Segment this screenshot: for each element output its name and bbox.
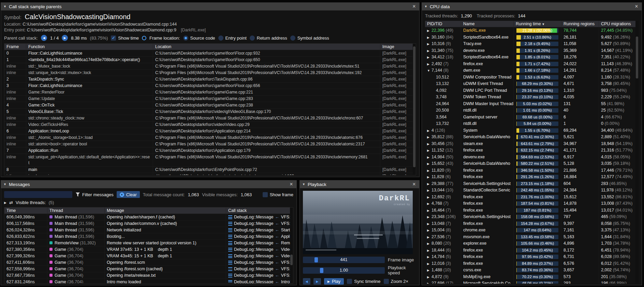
- next-frame-button[interactable]: ▶: [313, 278, 321, 285]
- collapse-icon[interactable]: ▼: [302, 183, 305, 186]
- message-row[interactable]: 627,667,736nsGame (36,704)Opening /meta/…: [4, 272, 293, 279]
- cpu-row[interactable]: ▶12,692 (9)firefox.exe231.76 ms (1.00%)1…: [425, 194, 639, 201]
- callstack-frame-row[interactable]: inlinestd::chrono::steady_clock::nowC:\P…: [4, 115, 416, 121]
- cpu-row[interactable]: ▶23,348 (106)ServiceHub.SettingsHost158.…: [425, 214, 639, 220]
- callstack-frame-row[interactable]: inlinestd::unique_ptr<Application,std::d…: [4, 154, 416, 167]
- cpu-row[interactable]: ▶15,004 (8)chrome.exe147 ms (0.64%)7,161…: [425, 227, 639, 234]
- expand-icon[interactable]: ▶: [427, 141, 431, 147]
- message-callstack[interactable]: DebugLog::Message←StartNetwo: [226, 227, 293, 233]
- expand-icon[interactable]: ▶: [427, 128, 431, 134]
- prev-callstack-button[interactable]: ◀: [41, 35, 47, 41]
- cpu-row[interactable]: ▶31,340 (75)devenv.exe1.91 s (8.26%)35,3…: [425, 47, 639, 54]
- callstack-frame-row[interactable]: inlineVideo::GetTicksHiResC:\Users\wolf\…: [4, 121, 416, 128]
- message-callstack[interactable]: DebugLog::Message←VideoMemo: [226, 246, 293, 253]
- cpu-row[interactable]: ▶11,820 (9)firefox.exe346.58 ms (1.50%)2…: [425, 167, 639, 174]
- cpu-row[interactable]: 3,564GameInput server69.68 us (0.00%)64 …: [425, 114, 639, 121]
- scrollbar-thumb[interactable]: [290, 255, 293, 265]
- message-callstack[interactable]: DebugLog::Message←IntroMenu::: [226, 279, 293, 283]
- cpu-row[interactable]: ▶8,080 (20)explorer.exe105.66 ms (0.46%)…: [425, 240, 639, 247]
- callstack-frame-row[interactable]: 8mainC:\Users\wolf\Desktop\darkrl\src\En…: [4, 167, 416, 173]
- cpu-row[interactable]: ▶14,784 (5)firefox.exe97.95 ms (0.42%)6,…: [425, 254, 639, 260]
- expand-icon[interactable]: ▶: [427, 154, 431, 161]
- cpu-row[interactable]: ▶2,492 (7)firefox.exe1.71 s (7.42%)24,02…: [425, 61, 639, 68]
- expand-icon[interactable]: ▶: [427, 267, 431, 274]
- radio-symbol-address[interactable]: Symbol address: [290, 35, 329, 41]
- sync-timeline-checkbox[interactable]: Sync timeline: [347, 279, 380, 284]
- expand-icon[interactable]: ▶: [427, 281, 431, 284]
- expand-icon[interactable]: ▶: [427, 181, 431, 187]
- show-frame-checkbox[interactable]: Show frame: [263, 192, 293, 197]
- checkbox-icon[interactable]: ✓: [111, 35, 116, 41]
- vertical-scrollbar[interactable]: [413, 44, 416, 175]
- column-header-function[interactable]: Function: [26, 44, 153, 50]
- cpu-row[interactable]: ▶11,152 (12)firefox.exe632.15 ms (2.74%)…: [425, 147, 639, 154]
- cpu-row[interactable]: 4,092DWM LPC Port Thread29.16 ms (0.13%)…: [425, 87, 639, 94]
- cpu-row[interactable]: ▶1,488 (10)csrss.exe83.74 ms (0.36%)3,65…: [425, 267, 639, 274]
- zoom-2x-checkbox[interactable]: Zoom 2×: [384, 279, 409, 284]
- expand-icon[interactable]: ▶: [427, 61, 431, 68]
- column-header-running-time[interactable]: Running time ▼: [514, 21, 561, 27]
- expand-icon[interactable]: ▶: [427, 34, 431, 41]
- expand-icon[interactable]: ▶: [427, 48, 431, 54]
- next-callstack-button[interactable]: ▶: [62, 35, 68, 41]
- message-row[interactable]: 626,024,328nsMain thread (31,596)Network…: [4, 227, 293, 233]
- radio-return-address[interactable]: Return address: [250, 35, 287, 41]
- prev-frame-button[interactable]: ◀: [303, 278, 310, 285]
- cpu-row[interactable]: ▶30,456 (25)steam.exe643.61 ms (2.79%)34…: [425, 141, 639, 147]
- column-header-call-stack[interactable]: Call stack: [226, 207, 293, 214]
- radio-circle-icon[interactable]: [183, 35, 188, 41]
- cpu-row[interactable]: 13,132uDWM Event Thread68.29 ms (0.30%)4…: [425, 81, 639, 87]
- message-callstack[interactable]: DebugLog::Message←VFS::Open: [226, 220, 293, 227]
- cpu-row[interactable]: ▶35,812 (88)ServiceHub.DataWareho670.41 …: [425, 134, 639, 141]
- callstack-frame-row[interactable]: 2TaskDispatch::SyncC:\Users\wolf\Desktop…: [4, 76, 416, 83]
- message-row[interactable]: 627,411,606nsGame (36,704)Opening /fores…: [4, 259, 293, 266]
- callstack-frame-row[interactable]: inlineGame::UpdateC:\Users\wolf\Desktop\…: [4, 96, 416, 102]
- expand-icon[interactable]: ▶: [427, 187, 431, 194]
- callstack-frame-row[interactable]: inlinestd::_Atomic_storage<bool,1>::load…: [4, 134, 416, 141]
- message-callstack[interactable]: DebugLog::Message←VFS::Open: [226, 272, 293, 278]
- close-icon[interactable]: ×: [634, 4, 639, 9]
- callstack-frame-row[interactable]: inlineGame::RenderFloorC:\Users\wolf\Des…: [4, 89, 416, 96]
- expand-icon[interactable]: ▶: [427, 147, 431, 154]
- cpu-row[interactable]: ▶18,444 (6)firefox.exe104.2 ms (0.45%)8,…: [425, 247, 639, 254]
- collapse-icon[interactable]: ▼: [3, 5, 6, 8]
- callstack-frame-row[interactable]: inlinestd::_Mutex_base::lockC:\Program F…: [4, 63, 416, 70]
- vertical-scrollbar[interactable]: [635, 21, 639, 284]
- close-icon[interactable]: ×: [289, 182, 294, 187]
- cpu-row[interactable]: 10,512DWM Compositor Thread1.53 s (6.63%…: [425, 74, 639, 81]
- cpu-row[interactable]: ▶12,016 (3)firefox.exe84.89 ms (0.37%)6,…: [425, 260, 639, 267]
- column-header-frame[interactable]: Frame: [4, 44, 26, 50]
- clear-button[interactable]: × Clear: [117, 191, 140, 198]
- scrollbar-thumb[interactable]: [636, 37, 638, 78]
- callstack-frame-row[interactable]: 7Application::RunC:\Users\wolf\Desktop\d…: [4, 147, 416, 154]
- close-icon[interactable]: ×: [411, 4, 417, 9]
- expand-icon[interactable]: ▶: [427, 161, 431, 167]
- cpu-row[interactable]: ▶13,044 (10)StandardCollector.Servic242.…: [425, 187, 639, 194]
- playback-speed-slider[interactable]: 1.00: [303, 267, 385, 274]
- collapse-icon[interactable]: ▼: [424, 5, 427, 8]
- cpu-row[interactable]: ▶27,536 (7)msvsmon.exe133.45 ms (0.58%)5…: [425, 234, 639, 241]
- expand-icon[interactable]: ▶: [427, 174, 431, 181]
- cpu-row[interactable]: 20,508ntdll.dll1.01 ms (0.00%)4025 (62.5…: [425, 107, 639, 114]
- message-callstack[interactable]: DebugLog::Message←VFS::Open: [226, 259, 293, 266]
- cpu-row[interactable]: ▶34,412 (18)ScriptedSandbox64.exe1.85 s …: [425, 54, 639, 61]
- cpu-row[interactable]: 13,732ntdll.dll5.84 us (0.00%)10 (0.00%): [425, 120, 639, 127]
- expand-icon[interactable]: ▶: [427, 254, 431, 260]
- callstack-frame-row[interactable]: 3Floor::CalcLightNoLuminanceC:\Users\wol…: [4, 83, 416, 89]
- expand-icon[interactable]: ▶: [427, 261, 431, 267]
- cpu-row[interactable]: ▶30,160 (84)ScriptedSandbox64.exe2.51 s …: [425, 34, 639, 41]
- radio-circle-icon[interactable]: [250, 35, 255, 41]
- callstack-frame-row[interactable]: 1<lambda_84a19dc444fae966ca174e83e708bdc…: [4, 57, 416, 63]
- checkbox-icon[interactable]: [263, 192, 268, 197]
- cpu-row[interactable]: ▶27,696 (17)Microsoft.ServiceHub.Co48.06…: [425, 280, 639, 284]
- cpu-row[interactable]: ▶14,984 (50)devenv.exe584.69 ms (2.53%)6…: [425, 154, 639, 161]
- close-icon[interactable]: ×: [411, 182, 417, 187]
- column-header-thread[interactable]: Thread: [47, 207, 105, 214]
- radio-circle-icon[interactable]: [218, 35, 223, 41]
- message-row[interactable]: 627,380,356nsGame (36,704)VRAM 37x45: 13…: [4, 246, 293, 253]
- checkbox-icon[interactable]: [347, 279, 352, 284]
- column-header-location[interactable]: Location: [153, 44, 380, 50]
- column-header-pid-tid[interactable]: PID/TID: [425, 21, 461, 27]
- message-row[interactable]: 627,831,246nsGame (36,704)Intro menu loa…: [4, 279, 293, 283]
- message-row[interactable]: 606,117,568nsMain thread (31,596)Opening…: [4, 220, 293, 227]
